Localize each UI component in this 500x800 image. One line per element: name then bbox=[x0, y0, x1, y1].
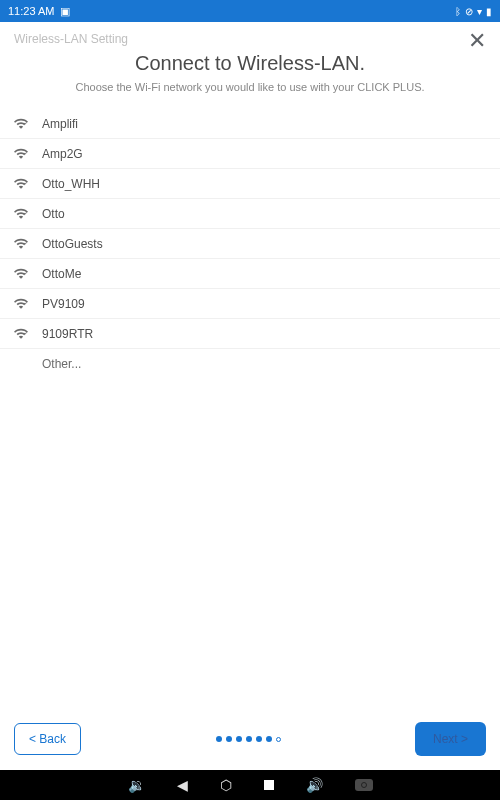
network-item[interactable]: Amplifi bbox=[0, 109, 500, 139]
android-navbar: 🔉 ◀ ⬡ 🔊 bbox=[0, 770, 500, 800]
bluetooth-icon: ᛒ bbox=[455, 6, 461, 17]
wifi-status-icon: ▾ bbox=[477, 6, 482, 17]
progress-dot bbox=[246, 736, 252, 742]
volume-down-icon[interactable]: 🔉 bbox=[128, 777, 145, 793]
progress-dot bbox=[256, 736, 262, 742]
close-button[interactable]: ✕ bbox=[468, 30, 486, 52]
network-name: 9109RTR bbox=[42, 327, 93, 341]
network-item[interactable]: Otto_WHH bbox=[0, 169, 500, 199]
dnd-icon: ⊘ bbox=[465, 6, 473, 17]
network-name: OttoGuests bbox=[42, 237, 103, 251]
wifi-icon bbox=[14, 267, 30, 281]
network-item[interactable]: Otto bbox=[0, 199, 500, 229]
progress-dots bbox=[216, 736, 281, 742]
page-title: Connect to Wireless-LAN. bbox=[14, 52, 486, 75]
network-name: Otto bbox=[42, 207, 65, 221]
network-item[interactable]: PV9109 bbox=[0, 289, 500, 319]
network-item[interactable]: 9109RTR bbox=[0, 319, 500, 349]
wifi-icon bbox=[14, 327, 30, 341]
network-item[interactable]: OttoGuests bbox=[0, 229, 500, 259]
camera-nav-icon[interactable] bbox=[355, 779, 373, 791]
network-item[interactable]: OttoMe bbox=[0, 259, 500, 289]
status-time: 11:23 AM bbox=[8, 5, 54, 17]
back-button[interactable]: < Back bbox=[14, 723, 81, 755]
wifi-icon bbox=[14, 237, 30, 251]
next-button[interactable]: Next > bbox=[415, 722, 486, 756]
network-item-other[interactable]: Other... bbox=[0, 349, 500, 379]
network-name: OttoMe bbox=[42, 267, 81, 281]
volume-up-icon[interactable]: 🔊 bbox=[306, 777, 323, 793]
progress-dot bbox=[266, 736, 272, 742]
header-label: Wireless-LAN Setting bbox=[14, 32, 486, 46]
wifi-icon bbox=[14, 147, 30, 161]
network-name: PV9109 bbox=[42, 297, 85, 311]
network-item[interactable]: Amp2G bbox=[0, 139, 500, 169]
battery-icon: ▮ bbox=[486, 6, 492, 17]
back-nav-icon[interactable]: ◀ bbox=[177, 777, 188, 793]
wifi-icon bbox=[14, 207, 30, 221]
wifi-icon bbox=[14, 297, 30, 311]
page-subtitle: Choose the Wi-Fi network you would like … bbox=[14, 81, 486, 93]
status-bar: 11:23 AM ▣ ᛒ ⊘ ▾ ▮ bbox=[0, 0, 500, 22]
other-label: Other... bbox=[42, 357, 81, 371]
progress-dot bbox=[226, 736, 232, 742]
status-icons: ᛒ ⊘ ▾ ▮ bbox=[455, 6, 492, 17]
progress-dot bbox=[216, 736, 222, 742]
wifi-icon bbox=[14, 177, 30, 191]
wifi-icon bbox=[14, 117, 30, 131]
status-app-icon: ▣ bbox=[60, 5, 70, 18]
network-name: Amp2G bbox=[42, 147, 83, 161]
network-name: Amplifi bbox=[42, 117, 78, 131]
recents-nav-icon[interactable] bbox=[264, 780, 274, 790]
progress-dot bbox=[276, 737, 281, 742]
network-list: AmplifiAmp2GOtto_WHHOttoOttoGuestsOttoMe… bbox=[0, 109, 500, 712]
network-name: Otto_WHH bbox=[42, 177, 100, 191]
home-nav-icon[interactable]: ⬡ bbox=[220, 777, 232, 793]
progress-dot bbox=[236, 736, 242, 742]
